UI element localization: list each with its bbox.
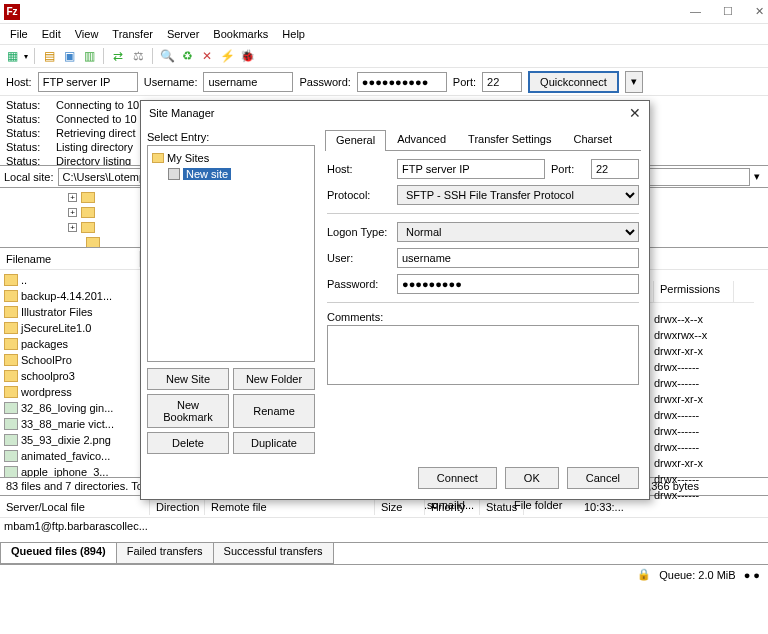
toolbar: ▦▾ ▤ ▣ ▥ ⇄ ⚖ 🔍 ♻ ✕ ⚡ 🐞 (0, 44, 768, 68)
sm-protocol-label: Protocol: (327, 189, 397, 201)
statusbar: 🔒 Queue: 2.0 MiB ● ● (0, 564, 768, 584)
app-icon: Fz (4, 4, 20, 20)
new-site-button[interactable]: New Site (147, 368, 229, 390)
sm-logon-label: Logon Type: (327, 226, 397, 238)
host-label: Host: (6, 76, 32, 88)
tab-advanced[interactable]: Advanced (386, 129, 457, 150)
select-entry-label: Select Entry: (147, 131, 315, 143)
toolbar-toggle-log-icon[interactable]: ▤ (41, 48, 57, 64)
tab-general[interactable]: General (325, 130, 386, 151)
sm-comments-label: Comments: (327, 311, 639, 323)
queue-body[interactable]: mbam1@ftp.barbarascollec... (0, 518, 768, 542)
menu-help[interactable]: Help (276, 26, 311, 42)
toolbar-disconnect-icon[interactable]: ⚡ (219, 48, 235, 64)
toolbar-compare-icon[interactable]: ⚖ (130, 48, 146, 64)
sm-password-label: Password: (327, 278, 397, 290)
new-folder-button[interactable]: New Folder (233, 368, 315, 390)
folder-icon (152, 153, 164, 163)
menu-edit[interactable]: Edit (36, 26, 67, 42)
host-input[interactable] (38, 72, 138, 92)
lock-icon: 🔒 (637, 568, 651, 581)
rename-button[interactable]: Rename (233, 394, 315, 428)
tab-transfer-settings[interactable]: Transfer Settings (457, 129, 562, 150)
toolbar-process-icon[interactable]: ✕ (199, 48, 215, 64)
site-manager-dialog: Site Manager ✕ Select Entry: My Sites Ne… (140, 100, 650, 500)
dropdown-icon[interactable]: ▾ (750, 170, 764, 183)
col-filename[interactable]: Filename (0, 251, 140, 267)
tab-failed[interactable]: Failed transfers (116, 543, 214, 564)
toolbar-binoculars-icon[interactable]: 🔍 (159, 48, 175, 64)
sm-port-input[interactable] (591, 159, 639, 179)
sm-host-input[interactable] (397, 159, 545, 179)
password-input[interactable] (357, 72, 447, 92)
menu-server[interactable]: Server (161, 26, 205, 42)
toolbar-sitemanager-icon[interactable]: ▦ (4, 48, 20, 64)
ok-button[interactable]: OK (505, 467, 559, 489)
site-tree[interactable]: My Sites New site (147, 145, 315, 362)
col-server-local[interactable]: Server/Local file (0, 499, 150, 515)
close-button[interactable]: ✕ (755, 5, 764, 18)
tab-successful[interactable]: Successful transfers (213, 543, 334, 564)
port-label: Port: (453, 76, 476, 88)
col-direction[interactable]: Direction (150, 499, 205, 515)
maximize-button[interactable]: ☐ (723, 5, 733, 18)
new-bookmark-button[interactable]: New Bookmark (147, 394, 229, 428)
sm-protocol-select[interactable]: SFTP - SSH File Transfer Protocol (397, 185, 639, 205)
toolbar-filter-icon[interactable]: ♻ (179, 48, 195, 64)
username-label: Username: (144, 76, 198, 88)
duplicate-button[interactable]: Duplicate (233, 432, 315, 454)
menu-transfer[interactable]: Transfer (106, 26, 159, 42)
sm-user-label: User: (327, 252, 397, 264)
queue-size: Queue: 2.0 MiB (659, 569, 735, 581)
col-remote-file[interactable]: Remote file (205, 499, 375, 515)
menu-file[interactable]: File (4, 26, 34, 42)
toolbar-toggle-queue-icon[interactable]: ▥ (81, 48, 97, 64)
toolbar-toggle-tree-icon[interactable]: ▣ (61, 48, 77, 64)
tab-charset[interactable]: Charset (562, 129, 623, 150)
col-permissions[interactable]: Permissions (654, 281, 734, 302)
queue-row[interactable]: mbam1@ftp.barbarascollec... (4, 520, 764, 532)
site-new-site[interactable]: New site (183, 168, 231, 180)
cancel-button[interactable]: Cancel (567, 467, 639, 489)
menubar: File Edit View Transfer Server Bookmarks… (0, 24, 768, 44)
sm-host-label: Host: (327, 163, 397, 175)
password-label: Password: (299, 76, 350, 88)
port-input[interactable] (482, 72, 522, 92)
sm-user-input[interactable] (397, 248, 639, 268)
sm-password-input[interactable] (397, 274, 639, 294)
dialog-close-button[interactable]: ✕ (629, 105, 641, 121)
queue-tabs: Queued files (894) Failed transfers Succ… (0, 542, 768, 564)
quickconnect-dropdown[interactable]: ▾ (625, 71, 643, 93)
status-indicator: ● ● (744, 569, 760, 581)
sm-logon-select[interactable]: Normal (397, 222, 639, 242)
quickconnect-bar: Host: Username: Password: Port: Quickcon… (0, 68, 768, 96)
local-site-label: Local site: (4, 171, 54, 183)
quickconnect-button[interactable]: Quickconnect (528, 71, 619, 93)
sm-comments-input[interactable] (327, 325, 639, 385)
server-icon (168, 168, 180, 180)
minimize-button[interactable]: — (690, 5, 701, 18)
menu-view[interactable]: View (69, 26, 105, 42)
username-input[interactable] (203, 72, 293, 92)
remote-row[interactable]: .sqmaild... File folder (424, 499, 614, 511)
tab-queued[interactable]: Queued files (894) (0, 543, 117, 564)
connect-button[interactable]: Connect (418, 467, 497, 489)
col-size[interactable]: Size (375, 499, 425, 515)
delete-button[interactable]: Delete (147, 432, 229, 454)
sm-port-label: Port: (551, 163, 585, 175)
toolbar-reconnect-icon[interactable]: 🐞 (239, 48, 255, 64)
menu-bookmarks[interactable]: Bookmarks (207, 26, 274, 42)
toolbar-sync-icon[interactable]: ⇄ (110, 48, 126, 64)
dialog-title: Site Manager (149, 107, 214, 119)
